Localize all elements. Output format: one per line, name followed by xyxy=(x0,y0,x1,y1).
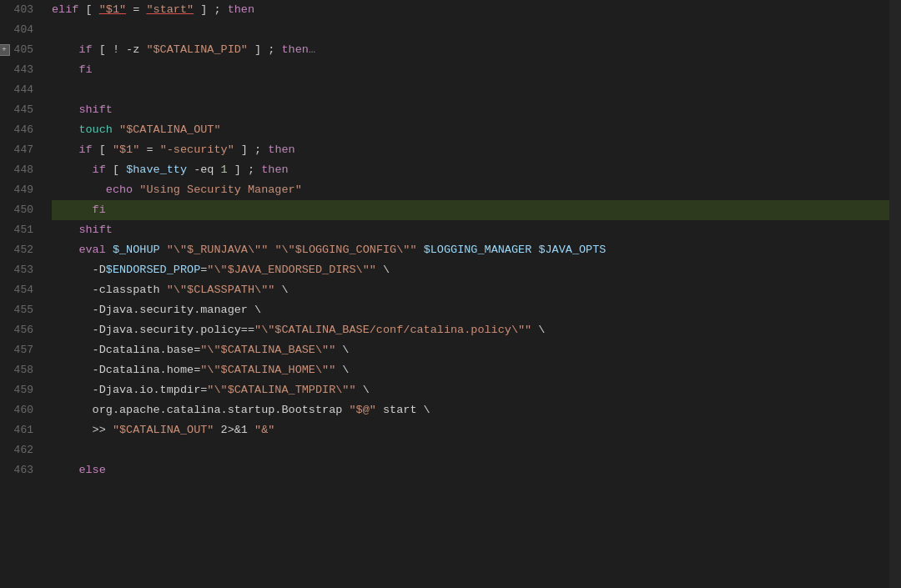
code-line-460: org.apache.catalina.startup.Bootstrap "$… xyxy=(52,400,889,420)
line-number-460: 460 xyxy=(0,400,40,420)
line-number-458: 458 xyxy=(0,360,40,380)
code-line-404 xyxy=(52,20,889,40)
line-number-462: 462 xyxy=(0,440,40,460)
line-number-463: 463 xyxy=(0,460,40,480)
code-line-443: fi xyxy=(52,60,889,80)
line-number-453: 453 xyxy=(0,260,40,280)
line-number-452: 452 xyxy=(0,240,40,260)
code-line-446: touch "$CATALINA_OUT" xyxy=(52,120,889,140)
line-number-455: 455 xyxy=(0,300,40,320)
line-number-459: 459 xyxy=(0,380,40,400)
code-line-447: if [ "$1" = "-security" ] ; then xyxy=(52,140,889,160)
line-number-447: 447 xyxy=(0,140,40,160)
line-number-405: + 405 xyxy=(0,40,40,60)
line-number-456: 456 xyxy=(0,320,40,340)
code-line-457: -Dcatalina.base="\"$CATALINA_BASE\"" \ xyxy=(52,340,889,360)
code-line-459: -Djava.io.tmpdir="\"$CATALINA_TMPDIR\"" … xyxy=(52,380,889,400)
code-line-450: fi xyxy=(52,200,889,220)
line-number-454: 454 xyxy=(0,280,40,300)
code-content: elif [ "$1" = "start" ] ; then if [ ! -z… xyxy=(48,0,889,588)
scrollbar[interactable] xyxy=(889,0,901,588)
code-line-462 xyxy=(52,440,889,460)
code-line-463: else xyxy=(52,460,889,480)
line-number-446: 446 xyxy=(0,120,40,140)
code-line-403: elif [ "$1" = "start" ] ; then xyxy=(52,0,889,20)
code-line-458: -Dcatalina.home="\"$CATALINA_HOME\"" \ xyxy=(52,360,889,380)
code-line-448: if [ $have_tty -eq 1 ] ; then xyxy=(52,160,889,180)
code-line-451: shift xyxy=(52,220,889,240)
code-line-454: -classpath "\"$CLASSPATH\"" \ xyxy=(52,280,889,300)
line-number-445: 445 xyxy=(0,100,40,120)
line-number-404: 404 xyxy=(0,20,40,40)
line-number-449: 449 xyxy=(0,180,40,200)
code-line-405: if [ ! -z "$CATALINA_PID" ] ; then… xyxy=(52,40,889,60)
code-editor: 403 404 + 405 443 444 445 446 447 448 44… xyxy=(0,0,901,588)
code-line-461: >> "$CATALINA_OUT" 2>&1 "&" xyxy=(52,420,889,440)
line-number-451: 451 xyxy=(0,220,40,240)
line-number-461: 461 xyxy=(0,420,40,440)
line-number-450: 450 xyxy=(0,200,40,220)
fold-button-405[interactable]: + xyxy=(0,44,10,56)
line-number-444: 444 xyxy=(0,80,40,100)
line-numbers: 403 404 + 405 443 444 445 446 447 448 44… xyxy=(0,0,48,588)
code-line-455: -Djava.security.manager \ xyxy=(52,300,889,320)
line-number-448: 448 xyxy=(0,160,40,180)
code-line-444 xyxy=(52,80,889,100)
code-line-445: shift xyxy=(52,100,889,120)
line-number-403: 403 xyxy=(0,0,40,20)
code-line-456: -Djava.security.policy=="\"$CATALINA_BAS… xyxy=(52,320,889,340)
code-line-452: eval $_NOHUP "\"$_RUNJAVA\"" "\"$LOGGING… xyxy=(52,240,889,260)
code-line-449: echo "Using Security Manager" xyxy=(52,180,889,200)
code-line-453: -D$ENDORSED_PROP="\"$JAVA_ENDORSED_DIRS\… xyxy=(52,260,889,280)
line-number-457: 457 xyxy=(0,340,40,360)
line-number-443: 443 xyxy=(0,60,40,80)
